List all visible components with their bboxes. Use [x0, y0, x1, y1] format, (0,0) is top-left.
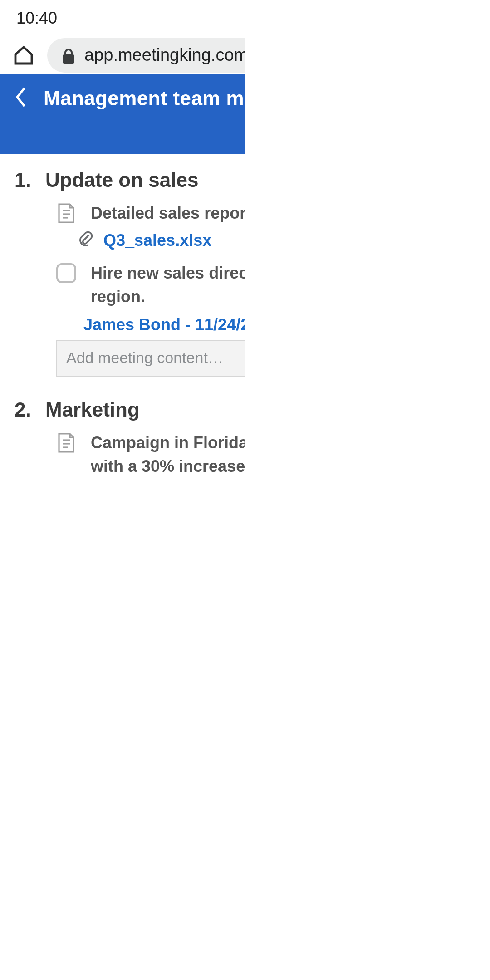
section-title: Marketing [45, 399, 245, 422]
app-header: Management team meeting i [0, 74, 245, 154]
agenda-item: Implement successful Florida campaign in… [15, 480, 245, 490]
agenda-item: Detailed sales report is attached [15, 192, 245, 227]
item-text: Detailed sales report is attached [91, 201, 245, 225]
agenda-content: 1.Update on salesDetailed sales report i… [0, 154, 245, 490]
status-time: 10:40 [16, 9, 57, 28]
page-title: Management team meeting [44, 87, 245, 111]
agenda-item: Hire new sales director for northeast re… [15, 252, 245, 310]
task-checkbox[interactable] [56, 490, 76, 490]
android-status-bar: 10:40 R 96% [0, 0, 245, 36]
agenda-section: 2.MarketingCampaign in Florida was very … [0, 388, 245, 490]
agenda-section: 1.Update on salesDetailed sales report i… [0, 158, 245, 388]
assignment-info[interactable]: James Bond - 11/24/20 [15, 311, 245, 339]
add-content-input[interactable]: Add meeting content… [56, 341, 245, 377]
paperclip-icon [78, 230, 93, 250]
note-icon [56, 431, 76, 453]
agenda-item: Campaign in Florida was very successful … [15, 422, 245, 480]
section-title: Update on sales [45, 169, 245, 192]
back-icon[interactable] [15, 86, 27, 112]
attachment-row[interactable]: Q3_sales.xlsx [15, 227, 245, 252]
item-text: Hire new sales director for northeast re… [91, 261, 245, 309]
task-checkbox[interactable] [56, 261, 76, 283]
chrome-toolbar: app.meetingking.com/meet 9 [0, 36, 245, 74]
svg-rect-2 [63, 54, 74, 63]
note-icon [56, 201, 76, 223]
item-text: Campaign in Florida was very successful … [91, 431, 245, 479]
item-text: Implement successful Florida campaign in… [91, 490, 245, 490]
url-text: app.meetingking.com/meet [84, 45, 245, 65]
lock-icon [62, 48, 75, 63]
home-icon[interactable] [13, 44, 34, 66]
section-number: 1. [15, 169, 45, 192]
section-number: 2. [15, 399, 45, 422]
attachment-link: Q3_sales.xlsx [103, 231, 211, 250]
url-bar[interactable]: app.meetingking.com/meet [47, 38, 245, 73]
